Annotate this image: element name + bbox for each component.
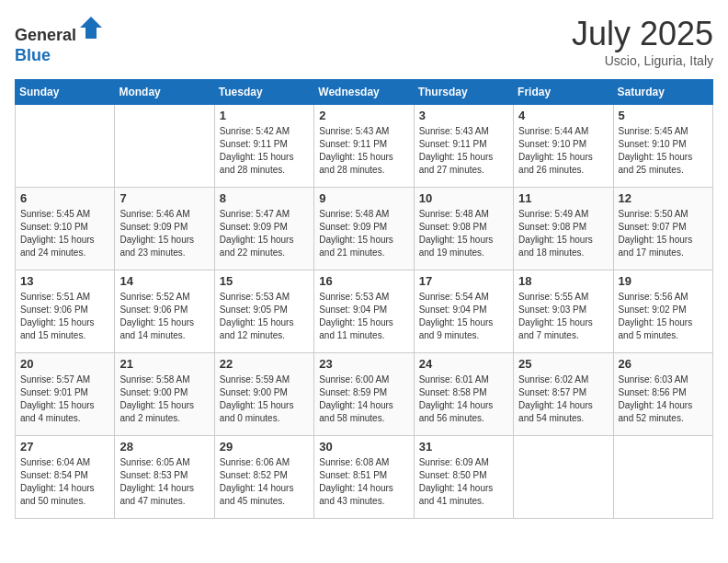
day-number: 15 — [220, 274, 309, 288]
calendar-cell: 25Sunrise: 6:02 AMSunset: 8:57 PMDayligh… — [514, 353, 613, 436]
calendar-cell: 8Sunrise: 5:47 AMSunset: 9:09 PMDaylight… — [214, 188, 313, 270]
calendar-cell — [115, 105, 214, 188]
calendar-cell: 23Sunrise: 6:00 AMSunset: 8:59 PMDayligh… — [314, 353, 414, 436]
cell-info: Sunrise: 6:08 AMSunset: 8:51 PMDaylight:… — [319, 456, 408, 508]
cell-info: Sunrise: 6:03 AMSunset: 8:56 PMDaylight:… — [619, 373, 708, 425]
calendar-cell: 24Sunrise: 6:01 AMSunset: 8:58 PMDayligh… — [414, 353, 513, 436]
cell-info: Sunrise: 5:47 AMSunset: 9:09 PMDaylight:… — [220, 208, 309, 259]
day-number: 11 — [518, 191, 608, 205]
cell-info: Sunrise: 5:51 AMSunset: 9:06 PMDaylight:… — [20, 291, 109, 342]
weekday-header: Wednesday — [314, 80, 414, 105]
day-number: 3 — [419, 109, 508, 122]
calendar-week-row: 13Sunrise: 5:51 AMSunset: 9:06 PMDayligh… — [16, 270, 713, 353]
cell-info: Sunrise: 5:57 AMSunset: 9:01 PMDaylight:… — [20, 373, 109, 425]
logo: General Blue — [15, 15, 104, 65]
calendar-cell: 30Sunrise: 6:08 AMSunset: 8:51 PMDayligh… — [314, 436, 414, 519]
day-number: 28 — [119, 440, 209, 454]
calendar-cell: 15Sunrise: 5:53 AMSunset: 9:05 PMDayligh… — [214, 270, 313, 353]
calendar-cell: 2Sunrise: 5:43 AMSunset: 9:11 PMDaylight… — [314, 105, 414, 188]
weekday-header: Monday — [115, 80, 214, 105]
day-number: 23 — [319, 357, 408, 371]
calendar-week-row: 20Sunrise: 5:57 AMSunset: 9:01 PMDayligh… — [16, 353, 713, 436]
day-number: 17 — [419, 274, 508, 288]
calendar-cell: 1Sunrise: 5:42 AMSunset: 9:11 PMDaylight… — [214, 105, 313, 188]
title-block: July 2025 Uscio, Liguria, Italy — [572, 15, 713, 68]
cell-info: Sunrise: 6:02 AMSunset: 8:57 PMDaylight:… — [518, 373, 608, 425]
cell-info: Sunrise: 5:43 AMSunset: 9:11 PMDaylight:… — [319, 125, 408, 177]
calendar-week-row: 6Sunrise: 5:45 AMSunset: 9:10 PMDaylight… — [16, 188, 713, 270]
day-number: 9 — [319, 191, 408, 205]
calendar-cell: 7Sunrise: 5:46 AMSunset: 9:09 PMDaylight… — [115, 188, 214, 270]
day-number: 16 — [319, 274, 408, 288]
calendar-cell: 4Sunrise: 5:44 AMSunset: 9:10 PMDaylight… — [514, 105, 613, 188]
cell-info: Sunrise: 6:00 AMSunset: 8:59 PMDaylight:… — [319, 373, 408, 425]
calendar-cell: 21Sunrise: 5:58 AMSunset: 9:00 PMDayligh… — [115, 353, 214, 436]
cell-info: Sunrise: 5:53 AMSunset: 9:05 PMDaylight:… — [220, 291, 309, 342]
cell-info: Sunrise: 5:54 AMSunset: 9:04 PMDaylight:… — [419, 291, 508, 342]
day-number: 26 — [619, 357, 708, 371]
calendar-cell: 11Sunrise: 5:49 AMSunset: 9:08 PMDayligh… — [514, 188, 613, 270]
day-number: 7 — [119, 191, 209, 205]
cell-info: Sunrise: 5:48 AMSunset: 9:09 PMDaylight:… — [319, 208, 408, 259]
month-title: July 2025 — [572, 15, 713, 53]
day-number: 1 — [220, 109, 309, 122]
calendar-cell — [16, 105, 115, 188]
day-number: 13 — [20, 274, 109, 288]
day-number: 22 — [220, 357, 309, 371]
logo-blue: Blue — [15, 46, 51, 64]
cell-info: Sunrise: 5:59 AMSunset: 9:00 PMDaylight:… — [220, 373, 309, 425]
day-number: 4 — [518, 109, 608, 122]
calendar-cell: 6Sunrise: 5:45 AMSunset: 9:10 PMDaylight… — [16, 188, 115, 270]
calendar-cell: 17Sunrise: 5:54 AMSunset: 9:04 PMDayligh… — [414, 270, 513, 353]
calendar-cell: 10Sunrise: 5:48 AMSunset: 9:08 PMDayligh… — [414, 188, 513, 270]
calendar-week-row: 1Sunrise: 5:42 AMSunset: 9:11 PMDaylight… — [16, 105, 713, 188]
calendar-cell: 26Sunrise: 6:03 AMSunset: 8:56 PMDayligh… — [613, 353, 712, 436]
day-number: 14 — [119, 274, 209, 288]
day-number: 29 — [220, 440, 309, 454]
cell-info: Sunrise: 6:09 AMSunset: 8:50 PMDaylight:… — [419, 456, 508, 508]
cell-info: Sunrise: 6:01 AMSunset: 8:58 PMDaylight:… — [419, 373, 508, 425]
cell-info: Sunrise: 5:45 AMSunset: 9:10 PMDaylight:… — [20, 208, 109, 259]
cell-info: Sunrise: 5:56 AMSunset: 9:02 PMDaylight:… — [619, 291, 708, 342]
weekday-header-row: SundayMondayTuesdayWednesdayThursdayFrid… — [16, 80, 713, 105]
cell-info: Sunrise: 5:42 AMSunset: 9:11 PMDaylight:… — [220, 125, 309, 177]
cell-info: Sunrise: 5:55 AMSunset: 9:03 PMDaylight:… — [518, 291, 608, 342]
logo-general: General — [15, 26, 76, 44]
calendar-cell: 22Sunrise: 5:59 AMSunset: 9:00 PMDayligh… — [214, 353, 313, 436]
calendar-cell: 20Sunrise: 5:57 AMSunset: 9:01 PMDayligh… — [16, 353, 115, 436]
day-number: 6 — [20, 191, 109, 205]
calendar-cell: 19Sunrise: 5:56 AMSunset: 9:02 PMDayligh… — [613, 270, 712, 353]
calendar-cell: 5Sunrise: 5:45 AMSunset: 9:10 PMDaylight… — [613, 105, 712, 188]
day-number: 21 — [119, 357, 209, 371]
cell-info: Sunrise: 5:46 AMSunset: 9:09 PMDaylight:… — [119, 208, 209, 259]
cell-info: Sunrise: 5:50 AMSunset: 9:07 PMDaylight:… — [619, 208, 708, 259]
day-number: 10 — [419, 191, 508, 205]
day-number: 12 — [619, 191, 708, 205]
calendar-cell: 29Sunrise: 6:06 AMSunset: 8:52 PMDayligh… — [214, 436, 313, 519]
day-number: 18 — [518, 274, 608, 288]
calendar-cell: 13Sunrise: 5:51 AMSunset: 9:06 PMDayligh… — [16, 270, 115, 353]
day-number: 20 — [20, 357, 109, 371]
cell-info: Sunrise: 5:52 AMSunset: 9:06 PMDaylight:… — [119, 291, 209, 342]
calendar-cell: 9Sunrise: 5:48 AMSunset: 9:09 PMDaylight… — [314, 188, 414, 270]
cell-info: Sunrise: 5:44 AMSunset: 9:10 PMDaylight:… — [518, 125, 608, 177]
cell-info: Sunrise: 5:43 AMSunset: 9:11 PMDaylight:… — [419, 125, 508, 177]
cell-info: Sunrise: 5:48 AMSunset: 9:08 PMDaylight:… — [419, 208, 508, 259]
calendar-cell — [514, 436, 613, 519]
calendar-cell: 12Sunrise: 5:50 AMSunset: 9:07 PMDayligh… — [613, 188, 712, 270]
svg-marker-0 — [80, 17, 102, 39]
day-number: 5 — [619, 109, 708, 122]
weekday-header: Sunday — [16, 80, 115, 105]
cell-info: Sunrise: 5:45 AMSunset: 9:10 PMDaylight:… — [619, 125, 708, 177]
day-number: 31 — [419, 440, 508, 454]
cell-info: Sunrise: 5:58 AMSunset: 9:00 PMDaylight:… — [119, 373, 209, 425]
calendar-week-row: 27Sunrise: 6:04 AMSunset: 8:54 PMDayligh… — [16, 436, 713, 519]
cell-info: Sunrise: 5:53 AMSunset: 9:04 PMDaylight:… — [319, 291, 408, 342]
cell-info: Sunrise: 6:05 AMSunset: 8:53 PMDaylight:… — [119, 456, 209, 508]
calendar-cell: 16Sunrise: 5:53 AMSunset: 9:04 PMDayligh… — [314, 270, 414, 353]
calendar-cell: 14Sunrise: 5:52 AMSunset: 9:06 PMDayligh… — [115, 270, 214, 353]
calendar-table: SundayMondayTuesdayWednesdayThursdayFrid… — [15, 79, 713, 519]
day-number: 24 — [419, 357, 508, 371]
weekday-header: Friday — [514, 80, 613, 105]
calendar-cell: 18Sunrise: 5:55 AMSunset: 9:03 PMDayligh… — [514, 270, 613, 353]
